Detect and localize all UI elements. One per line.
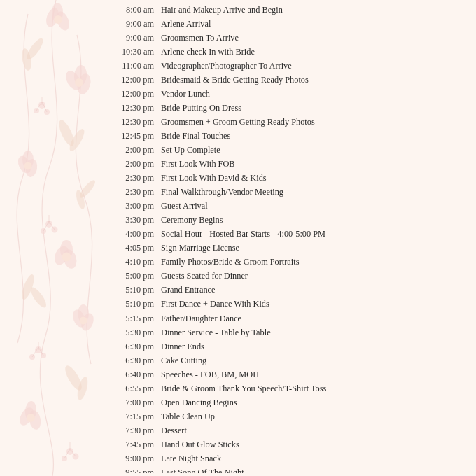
svg-point-8 [74, 64, 88, 86]
schedule-event: Bride Putting On Dress [161, 102, 470, 115]
schedule-event: Last Song Of The Night [161, 466, 470, 473]
schedule-time: 5:30 pm [104, 326, 161, 340]
schedule-time: 7:00 pm [104, 396, 161, 410]
svg-point-16 [56, 118, 77, 148]
schedule-event: Father/Daughter Dance [161, 312, 470, 326]
schedule-container: 8:00 amHair and Makeup Arrive and Begin9… [104, 3, 470, 473]
svg-point-6 [75, 72, 92, 96]
schedule-event: Family Photos/Bride & Groom Portraits [161, 255, 470, 269]
svg-point-17 [67, 127, 87, 153]
svg-point-47 [76, 376, 90, 401]
schedule-time: 3:30 pm [104, 214, 161, 227]
schedule-row: 7:45 pmHand Out Glow Sticks [104, 438, 470, 451]
schedule-row: 2:30 pmFinal Walkthrough/Vendor Meeting [104, 186, 470, 200]
schedule-time: 6:30 pm [104, 354, 161, 368]
svg-point-52 [66, 448, 74, 455]
schedule-event: Social Hour - Hosted Bar Starts - 4:00-5… [161, 227, 470, 241]
schedule-time: 9:00 am [104, 31, 161, 45]
schedule-event: Table Clean Up [161, 410, 470, 424]
schedule-event: Late Night Snack [161, 452, 470, 465]
schedule-time: 4:10 pm [104, 255, 161, 269]
schedule-event: Cake Cutting [161, 354, 470, 368]
svg-point-36 [79, 312, 96, 332]
schedule-time: 9:00 am [104, 18, 161, 31]
schedule-event: Hair and Makeup Arrive and Begin [161, 4, 470, 17]
schedule-event: Guests Seated for Dinner [161, 270, 470, 283]
schedule-event: Videographer/Photographer To Arrive [161, 59, 470, 73]
schedule-row: 12:00 pmVendor Lunch [104, 87, 470, 101]
svg-point-20 [22, 150, 34, 169]
schedule-time: 7:15 pm [104, 410, 161, 424]
schedule-event: Bridesmaid & Bride Getting Ready Photos [161, 74, 470, 87]
schedule-row: 5:30 pmDinner Service - Table by Table [104, 326, 470, 340]
svg-line-56 [64, 449, 70, 458]
svg-point-37 [71, 308, 88, 329]
svg-point-50 [24, 400, 37, 421]
schedule-row: 2:00 pmFirst Look With FOB [104, 158, 470, 172]
schedule-event: Guest Arrival [161, 200, 470, 213]
schedule-row: 3:00 pmGuest Arrival [104, 200, 470, 214]
schedule-row: 5:10 pmFirst Dance + Dance With Kids [104, 298, 470, 312]
schedule-time: 6:40 pm [104, 368, 161, 382]
schedule-event: Ceremony Begins [161, 214, 470, 227]
svg-point-12 [44, 109, 50, 115]
schedule-row: 3:30 pmCeremony Begins [104, 214, 470, 227]
schedule-time: 6:30 pm [104, 340, 161, 354]
schedule-time: 9:55 pm [104, 466, 161, 473]
svg-point-54 [73, 454, 79, 460]
svg-point-19 [15, 154, 33, 175]
schedule-time: 6:55 pm [104, 382, 161, 396]
svg-point-4 [24, 36, 46, 62]
schedule-time: 11:00 am [104, 59, 161, 73]
schedule-event: Open Dancing Begins [161, 396, 470, 410]
schedule-time: 12:00 pm [104, 88, 161, 101]
schedule-row: 4:10 pmFamily Photos/Bride & Groom Portr… [104, 255, 470, 270]
schedule-time: 5:10 pm [104, 284, 161, 297]
svg-point-2 [52, 3, 63, 22]
schedule-event: Vendor Lunch [161, 88, 470, 101]
schedule-time: 5:00 pm [104, 270, 161, 283]
schedule-event: Speeches - FOB, BM, MOH [161, 368, 470, 382]
schedule-row: 9:00 amArlene Arrival [104, 17, 470, 31]
svg-line-15 [42, 102, 47, 112]
schedule-event: Dinner Service - Table by Table [161, 326, 470, 340]
schedule-event: Groomsmen To Arrive [161, 31, 470, 45]
svg-point-1 [44, 6, 62, 29]
svg-line-29 [49, 221, 55, 230]
svg-point-7 [63, 69, 85, 93]
schedule-list: 8:00 amHair and Makeup Arrive and Begin9… [104, 3, 470, 473]
schedule-row: 7:15 pmTable Clean Up [104, 410, 470, 424]
schedule-event: First Look With FOB [161, 158, 470, 171]
svg-line-57 [70, 449, 76, 456]
svg-point-33 [62, 253, 71, 262]
svg-point-51 [27, 414, 35, 422]
schedule-row: 2:30 pmFirst Look With David & Kids [104, 172, 470, 186]
svg-point-49 [17, 405, 36, 428]
schedule-time: 3:00 pm [104, 200, 161, 213]
schedule-time: 5:10 pm [104, 298, 161, 311]
svg-point-3 [54, 15, 62, 24]
schedule-event: Sign Marriage License [161, 241, 470, 255]
schedule-time: 2:30 pm [104, 186, 161, 199]
svg-point-31 [52, 244, 71, 267]
svg-point-5 [20, 48, 32, 71]
schedule-time: 8:00 am [104, 4, 161, 17]
schedule-time: 2:00 pm [104, 144, 161, 157]
svg-point-11 [34, 108, 39, 113]
schedule-row: 9:00 pmLate Night Snack [104, 452, 470, 466]
schedule-row: 8:00 amHair and Makeup Arrive and Begin [104, 3, 470, 17]
svg-point-18 [24, 158, 38, 178]
svg-point-41 [29, 354, 35, 360]
svg-point-9 [75, 78, 83, 87]
schedule-time: 10:30 am [104, 46, 161, 59]
schedule-time: 12:45 pm [104, 130, 161, 143]
svg-point-10 [38, 102, 46, 108]
svg-point-40 [35, 346, 42, 354]
svg-point-24 [46, 220, 52, 227]
schedule-event: Set Up Complete [161, 144, 470, 157]
schedule-event: Arlene Arrival [161, 18, 470, 31]
svg-point-25 [41, 228, 46, 234]
schedule-row: 7:30 pmDessert [104, 424, 470, 438]
svg-point-22 [78, 178, 97, 200]
schedule-row: 4:00 pmSocial Hour - Hosted Bar Starts -… [104, 227, 470, 241]
